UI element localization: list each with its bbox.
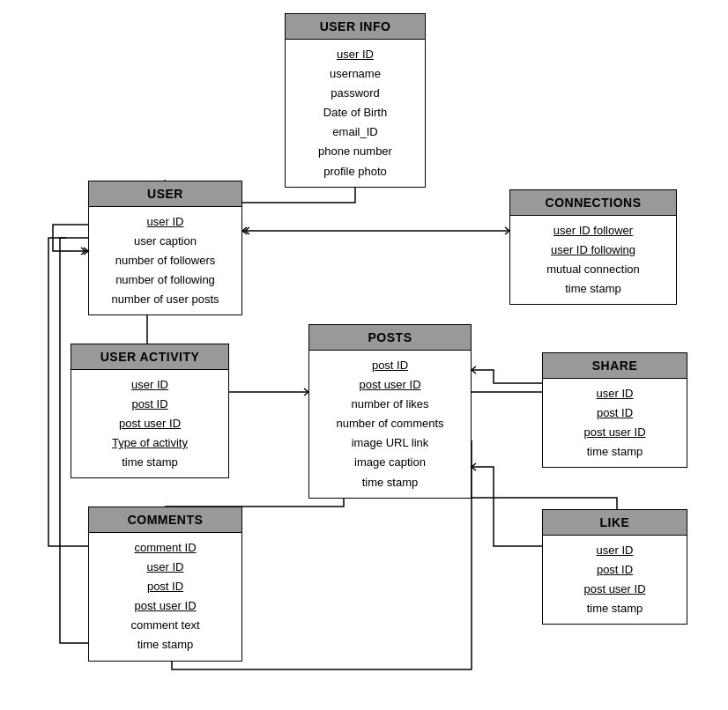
entity-user-activity-body: user ID post ID post user ID Type of act…: [71, 370, 228, 477]
field: number of following: [98, 270, 233, 290]
field: user ID following: [519, 240, 667, 260]
entity-connections-header: CONNECTIONS: [510, 190, 676, 216]
entity-like-header: LIKE: [543, 510, 687, 536]
field: time stamp: [80, 453, 219, 472]
entity-share: SHARE user ID post ID post user ID time …: [542, 352, 687, 468]
entity-like-body: user ID post ID post user ID time stamp: [543, 536, 687, 624]
field: password: [294, 84, 416, 103]
field: post ID: [80, 395, 219, 414]
field: user ID: [98, 212, 233, 232]
field: post ID: [552, 560, 678, 580]
field: profile photo: [294, 162, 416, 181]
field: post user ID: [552, 580, 678, 599]
entity-comments-body: comment ID user ID post ID post user ID …: [89, 533, 241, 661]
entity-comments-header: COMMENTS: [89, 507, 241, 533]
field: email_ID: [294, 122, 416, 142]
entity-user-body: user ID user caption number of followers…: [89, 207, 241, 314]
entity-user-info-header: USER INFO: [286, 14, 425, 40]
entity-user-activity-header: USER ACTIVITY: [71, 344, 228, 370]
field: image URL link: [318, 433, 462, 453]
field: Type of activity: [80, 433, 219, 453]
entity-user-info: USER INFO user ID username password Date…: [285, 13, 426, 188]
entity-connections-body: user ID follower user ID following mutua…: [510, 216, 676, 304]
entity-share-body: user ID post ID post user ID time stamp: [543, 379, 687, 467]
field: user ID follower: [519, 221, 667, 240]
field: post user ID: [80, 414, 219, 433]
entity-user-header: USER: [89, 181, 241, 207]
field: time stamp: [552, 442, 678, 462]
field: number of followers: [98, 251, 233, 270]
field: user ID: [552, 541, 678, 560]
field: time stamp: [519, 279, 667, 299]
field: time stamp: [318, 473, 462, 492]
field: number of user posts: [98, 290, 233, 309]
field: post user ID: [98, 596, 233, 616]
entity-posts-header: POSTS: [309, 325, 471, 351]
entity-connections: CONNECTIONS user ID follower user ID fol…: [509, 189, 677, 305]
field: time stamp: [552, 599, 678, 618]
erd-diagram: USER INFO user ID username password Date…: [0, 0, 728, 710]
field: post user ID: [318, 375, 462, 395]
field: post user ID: [552, 423, 678, 442]
entity-comments: COMMENTS comment ID user ID post ID post…: [88, 507, 242, 662]
entity-share-header: SHARE: [543, 353, 687, 379]
field: comment text: [98, 616, 233, 635]
field: mutual connection: [519, 260, 667, 279]
entity-user-activity: USER ACTIVITY user ID post ID post user …: [71, 344, 229, 478]
field: user ID: [294, 45, 416, 64]
field: image caption: [318, 453, 462, 472]
field: phone number: [294, 142, 416, 161]
field: user ID: [80, 375, 219, 395]
field: user caption: [98, 232, 233, 251]
entity-like: LIKE user ID post ID post user ID time s…: [542, 509, 687, 625]
entity-posts-body: post ID post user ID number of likes num…: [309, 351, 471, 498]
field: user ID: [552, 384, 678, 403]
field: username: [294, 64, 416, 84]
entity-posts: POSTS post ID post user ID number of lik…: [308, 324, 472, 499]
field: comment ID: [98, 538, 233, 558]
field: number of likes: [318, 395, 462, 414]
field: Date of Birth: [294, 103, 416, 122]
field: post ID: [552, 403, 678, 423]
entity-user: USER user ID user caption number of foll…: [88, 181, 242, 315]
field: time stamp: [98, 635, 233, 655]
field: post ID: [318, 356, 462, 375]
field: post ID: [98, 577, 233, 596]
field: user ID: [98, 558, 233, 577]
entity-user-info-body: user ID username password Date of Birth …: [286, 40, 425, 187]
field: number of comments: [318, 414, 462, 433]
